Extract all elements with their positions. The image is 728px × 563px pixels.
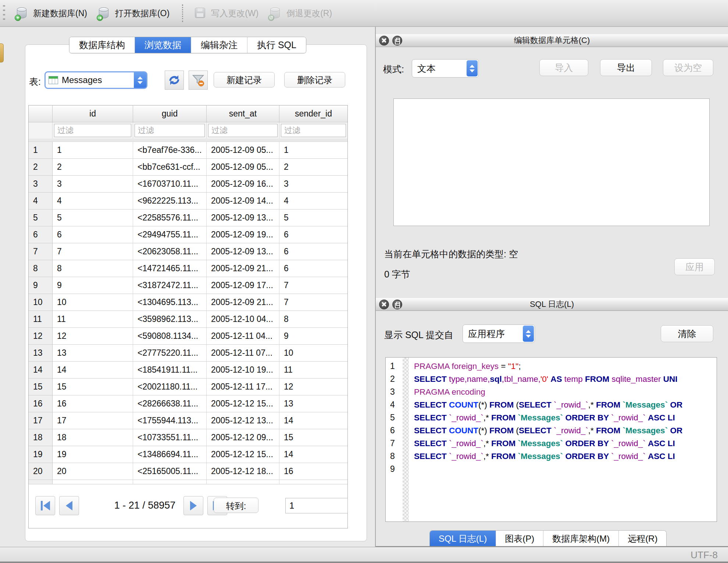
table-cell[interactable]: 2 <box>53 159 133 176</box>
table-cell[interactable]: 16 <box>53 395 133 412</box>
tab-browse-data[interactable]: 浏览数据 <box>135 37 191 53</box>
table-cell[interactable]: 3 <box>53 176 133 193</box>
sql-log-line[interactable]: SELECT `_rowid_`,* FROM `Messages` ORDER… <box>414 411 717 424</box>
row-number-cell[interactable]: 17 <box>29 412 53 429</box>
corner-header-cell[interactable] <box>29 105 53 122</box>
column-header-sent_at[interactable]: sent_at <box>207 105 279 122</box>
table-cell[interactable]: 7 <box>279 277 347 294</box>
column-header-guid[interactable]: guid <box>133 105 207 122</box>
table-cell[interactable]: 13 <box>53 345 133 362</box>
table-cell[interactable]: 8 <box>53 260 133 277</box>
table-cell[interactable]: 2005-12-12 13... <box>207 412 279 429</box>
table-cell[interactable]: 2005-12-09 13... <box>207 209 279 226</box>
sql-log-line[interactable] <box>414 463 717 476</box>
table-cell[interactable]: 2005-12-10 04... <box>207 311 279 328</box>
sql-log-line[interactable]: SELECT `_rowid_`,* FROM `Messages` ORDER… <box>414 450 717 463</box>
table-cell[interactable]: 14 <box>279 412 347 429</box>
table-cell[interactable]: <31872472.11... <box>133 277 207 294</box>
sql-log-line[interactable]: PRAGMA foreign_keys = "1"; <box>414 360 717 373</box>
filter-input-id[interactable] <box>54 124 131 137</box>
table-cell[interactable]: 6 <box>279 243 347 260</box>
table-cell[interactable]: 2005-12-11 04... <box>207 328 279 345</box>
sql-source-select[interactable]: 应用程序 <box>463 324 535 343</box>
export-button[interactable]: 导出 <box>600 59 652 76</box>
table-cell[interactable]: 5 <box>279 209 347 226</box>
table-cell[interactable]: 2005-12-09 21... <box>207 260 279 277</box>
filter-input-sent_at[interactable] <box>208 124 278 137</box>
filter-input-guid[interactable] <box>135 124 205 137</box>
edit-cell-panel-header[interactable]: 编辑数据库单元格(C) <box>376 34 728 47</box>
table-select[interactable]: Messages <box>44 71 147 89</box>
table-cell[interactable]: 6 <box>279 226 347 243</box>
goto-page-input[interactable] <box>285 498 348 513</box>
table-cell[interactable]: 18 <box>53 429 133 446</box>
new-database-button[interactable]: + 新建数据库(N) <box>15 7 87 20</box>
table-cell[interactable]: 10 <box>279 345 347 362</box>
docked-panel-edge[interactable] <box>0 43 4 62</box>
table-cell[interactable]: 2005-12-12 15... <box>207 446 279 463</box>
table-cell[interactable]: <bb7ce631-ccf... <box>133 159 207 176</box>
tab-execute-sql[interactable]: 执行 SQL <box>247 37 306 53</box>
table-cell[interactable]: <28266638.11... <box>133 395 207 412</box>
table-cell[interactable]: 11 <box>53 311 133 328</box>
table-cell[interactable]: 19 <box>53 446 133 463</box>
table-cell[interactable]: 9 <box>279 328 347 345</box>
table-cell[interactable]: <25165005.11... <box>133 463 207 480</box>
dock-tab-plot[interactable]: 图表(P) <box>496 531 543 546</box>
close-icon[interactable] <box>379 300 389 309</box>
sql-log-line[interactable]: SELECT `_rowid_`,* FROM `Messages` ORDER… <box>414 437 717 450</box>
table-cell[interactable]: 1 <box>279 142 347 159</box>
column-header-sender_id[interactable]: sender_id <box>279 105 347 122</box>
table-cell[interactable]: 13 <box>279 395 347 412</box>
table-cell[interactable]: 4 <box>53 193 133 209</box>
sql-log-line[interactable]: SELECT type,name,sql,tbl_name,'0' AS tem… <box>414 373 717 386</box>
table-cell[interactable]: 6 <box>279 260 347 277</box>
next-page-button[interactable] <box>183 496 203 515</box>
row-number-cell[interactable]: 5 <box>29 209 53 226</box>
sql-log-line[interactable]: PRAGMA encoding <box>414 386 717 398</box>
table-cell[interactable]: <10733551.11... <box>133 429 207 446</box>
table-cell[interactable]: 2005-12-12 18... <box>207 463 279 480</box>
prev-page-button[interactable] <box>59 496 79 515</box>
mode-select[interactable]: 文本 <box>412 59 479 78</box>
mode-stepper-icon[interactable] <box>467 60 478 76</box>
table-cell[interactable]: 2 <box>279 159 347 176</box>
table-cell[interactable]: 2005-12-09 19... <box>207 226 279 243</box>
refresh-button[interactable] <box>165 71 184 90</box>
dock-tab-db-schema[interactable]: 数据库架构(M) <box>543 531 619 546</box>
table-cell[interactable]: <9622225.113... <box>133 193 207 209</box>
table-cell[interactable]: 2005-12-11 17... <box>207 379 279 395</box>
row-number-cell[interactable]: 2 <box>29 159 53 176</box>
table-cell[interactable]: <14721465.11... <box>133 260 207 277</box>
new-record-button[interactable]: 新建记录 <box>214 72 275 87</box>
table-cell[interactable]: 2005-12-09 13... <box>207 243 279 260</box>
table-cell[interactable]: 11 <box>279 362 347 379</box>
encoding-indicator[interactable]: UTF-8 <box>690 549 718 561</box>
table-cell[interactable]: 2005-12-09 21... <box>207 294 279 311</box>
table-cell[interactable]: 12 <box>53 328 133 345</box>
table-cell[interactable]: 8 <box>279 311 347 328</box>
table-cell[interactable]: <18541911.11... <box>133 362 207 379</box>
table-cell[interactable]: 6 <box>53 226 133 243</box>
row-number-cell[interactable]: 9 <box>29 277 53 294</box>
table-cell[interactable]: 2005-12-11 07... <box>207 345 279 362</box>
table-cell[interactable]: 7 <box>53 243 133 260</box>
table-cell[interactable]: 17 <box>53 412 133 429</box>
table-cell[interactable]: 4 <box>279 193 347 209</box>
table-cell[interactable]: <1755944.113... <box>133 412 207 429</box>
row-number-cell[interactable]: 3 <box>29 176 53 193</box>
row-number-cell[interactable]: 10 <box>29 294 53 311</box>
table-cell[interactable]: <20021180.11... <box>133 379 207 395</box>
sql-source-stepper-icon[interactable] <box>523 326 534 342</box>
dock-tab-sql-log[interactable]: SQL 日志(L) <box>430 531 496 546</box>
row-number-cell[interactable]: 6 <box>29 226 53 243</box>
row-number-cell[interactable]: 7 <box>29 243 53 260</box>
row-number-cell[interactable]: 16 <box>29 395 53 412</box>
tab-edit-pragmas[interactable]: 编辑杂注 <box>191 37 247 53</box>
sql-log-line[interactable]: SELECT COUNT(*) FROM (SELECT `_rowid_`,*… <box>414 398 717 411</box>
float-panel-icon[interactable] <box>392 300 402 309</box>
row-number-cell[interactable]: 18 <box>29 429 53 446</box>
clear-filters-button[interactable] <box>189 71 208 90</box>
goto-button[interactable]: 转到: <box>214 498 258 513</box>
table-cell[interactable]: 2005-12-10 19... <box>207 362 279 379</box>
